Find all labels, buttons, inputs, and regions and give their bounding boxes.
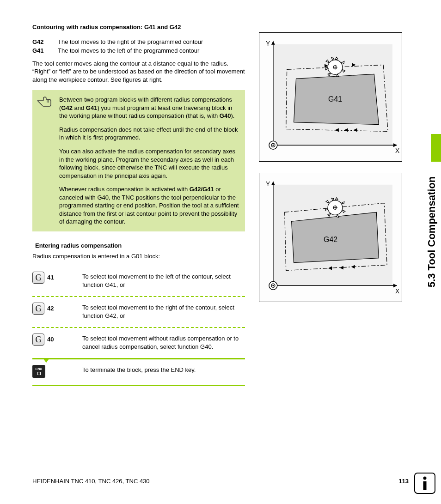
step-row: G 40 To select tool movement without rad… (32, 329, 245, 357)
page-footer: HEIDENHAIN TNC 410, TNC 426, TNC 430 113 (32, 477, 409, 486)
section-title: 5.3 Tool Compensation (424, 176, 438, 287)
svg-marker-23 (393, 284, 397, 287)
svg-marker-25 (271, 182, 275, 185)
step-text: To select tool movement without radius c… (82, 334, 245, 351)
step-row: END To terminate the block, press the EN… (32, 360, 245, 384)
g-key-icon: G (32, 334, 44, 346)
end-key-icon: END (32, 365, 45, 378)
step-row: G 42 To select tool movement to the righ… (32, 298, 245, 326)
step-text: To terminate the block, press the END ke… (82, 365, 245, 374)
step-row: G 41 To select tool movement to the left… (32, 267, 245, 295)
def-term: G41 (32, 47, 58, 55)
note-p3: You can also activate the radius compens… (59, 147, 239, 180)
axis-y: Y (266, 180, 270, 188)
separator-solid (32, 385, 245, 387)
svg-rect-39 (423, 481, 427, 490)
g-key-number: 42 (47, 304, 54, 313)
g-key-icon: G (32, 303, 44, 315)
pointing-hand-icon (37, 95, 53, 108)
page-heading: Contouring with radius compensation: G41… (32, 23, 245, 31)
page-number: 113 (398, 477, 409, 486)
sub-intro: Radius compensation is entered in a G01 … (32, 252, 245, 261)
step-text: To select tool movement to the left of t… (82, 272, 245, 289)
svg-point-28 (272, 285, 274, 286)
note-box: Between two program blocks with differen… (32, 90, 245, 231)
separator-dashed (32, 327, 245, 328)
section-side-tab: 5.3 Tool Compensation (419, 23, 441, 171)
diagram-g41: X Y (259, 32, 402, 162)
diagram-label: G41 (328, 95, 342, 103)
step-text: To select tool movement to the right of … (82, 303, 245, 320)
svg-point-9 (272, 145, 274, 146)
g-key-number: 41 (47, 273, 54, 282)
def-desc: The tool moves to the right of the progr… (58, 38, 203, 46)
svg-marker-6 (271, 41, 275, 45)
footer-product: HEIDENHAIN TNC 410, TNC 426, TNC 430 (32, 477, 150, 486)
axis-x: X (395, 287, 399, 295)
svg-point-38 (423, 477, 427, 480)
note-p1: Between two program blocks with differen… (59, 96, 239, 120)
def-term: G42 (32, 38, 58, 46)
def-desc: The tool moves to the left of the progra… (58, 47, 199, 55)
info-icon (414, 473, 435, 494)
svg-marker-4 (393, 143, 397, 147)
note-p2: Radius compensation does not take effect… (59, 126, 239, 142)
definition-list: G42 The tool moves to the right of the p… (32, 38, 245, 55)
intro-paragraph: The tool center moves along the contour … (32, 60, 245, 84)
separator-dashed (32, 296, 245, 297)
diagram-g42: X Y (259, 173, 402, 302)
separator-solid-arrow (32, 358, 245, 359)
diagram-label: G42 (324, 236, 337, 243)
sub-heading: Entering radius compensation (35, 242, 245, 250)
note-p4: Whenever radius compensation is activate… (59, 185, 239, 226)
g-key-number: 40 (47, 335, 54, 344)
g-key-icon: G (32, 272, 44, 284)
axis-y: Y (266, 40, 270, 47)
axis-x: X (395, 147, 399, 154)
